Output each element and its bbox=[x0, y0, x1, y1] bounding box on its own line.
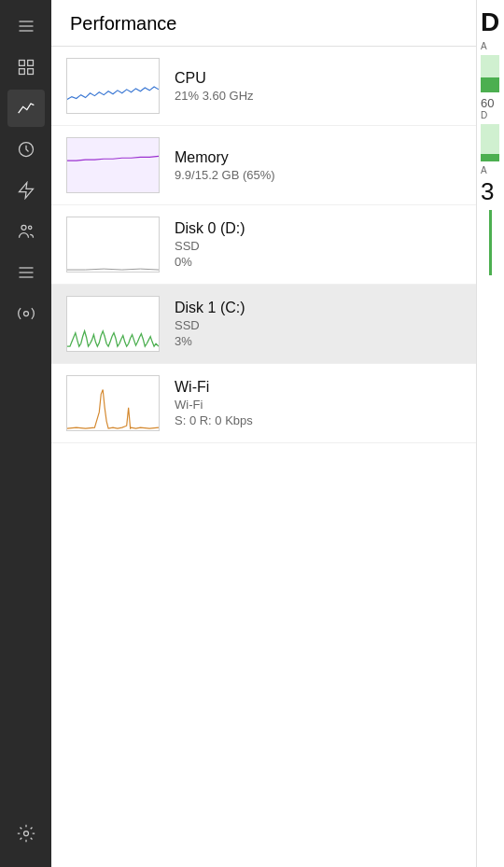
wifi-sub1: Wi-Fi bbox=[175, 398, 253, 412]
disk1-sub2: 3% bbox=[175, 334, 245, 348]
services-icon[interactable] bbox=[7, 295, 45, 332]
history-icon[interactable] bbox=[7, 131, 45, 168]
right-green-fill2 bbox=[481, 154, 499, 161]
disk1-graph bbox=[66, 296, 160, 352]
wifi-info: Wi-Fi Wi-Fi S: 0 R: 0 Kbps bbox=[175, 379, 253, 427]
cpu-name: CPU bbox=[175, 70, 254, 87]
svg-rect-19 bbox=[67, 376, 159, 430]
processes-icon[interactable] bbox=[7, 49, 45, 86]
right-label-a: A bbox=[481, 41, 500, 51]
svg-point-14 bbox=[23, 832, 28, 836]
disk1-name: Disk 1 (C:) bbox=[175, 300, 245, 316]
right-label-d: D bbox=[481, 110, 500, 120]
settings-icon[interactable] bbox=[7, 815, 45, 852]
svg-rect-4 bbox=[27, 61, 33, 66]
performance-icon[interactable] bbox=[7, 90, 45, 127]
sidebar-bottom bbox=[7, 815, 45, 860]
disk0-sub1: SSD bbox=[175, 239, 245, 253]
svg-point-13 bbox=[23, 312, 28, 316]
disk0-graph bbox=[66, 217, 160, 273]
cpu-sub1: 21% 3.60 GHz bbox=[175, 89, 254, 103]
disk0-sub2: 0% bbox=[175, 255, 245, 269]
users-icon[interactable] bbox=[7, 213, 45, 250]
memory-sub1: 9.9/15.2 GB (65%) bbox=[175, 168, 275, 182]
right-green-line bbox=[489, 210, 492, 275]
memory-graph bbox=[66, 137, 160, 193]
right-number-60: 60 bbox=[481, 96, 500, 110]
sidebar bbox=[0, 0, 51, 867]
svg-rect-16 bbox=[67, 138, 159, 192]
main-content: Performance CPU 21% 3.60 GHz bbox=[51, 0, 476, 867]
svg-rect-3 bbox=[19, 61, 24, 66]
wifi-item[interactable]: Wi-Fi Wi-Fi S: 0 R: 0 Kbps bbox=[51, 364, 476, 443]
right-letter: D bbox=[481, 7, 500, 37]
svg-point-8 bbox=[21, 225, 26, 230]
disk0-item[interactable]: Disk 0 (D:) SSD 0% bbox=[51, 205, 476, 285]
disk1-info: Disk 1 (C:) SSD 3% bbox=[175, 300, 245, 348]
svg-point-9 bbox=[28, 226, 31, 229]
hamburger-menu-icon[interactable] bbox=[7, 7, 45, 45]
right-panel-content: D A 60 D A 3 bbox=[477, 0, 504, 287]
disk1-item[interactable]: Disk 1 (C:) SSD 3% bbox=[51, 285, 476, 364]
svg-rect-6 bbox=[27, 69, 33, 75]
right-label-a2: A bbox=[481, 165, 500, 175]
items-list: CPU 21% 3.60 GHz Memory 9.9/15.2 GB (65%… bbox=[51, 47, 476, 867]
cpu-graph bbox=[66, 58, 160, 114]
cpu-info: CPU 21% 3.60 GHz bbox=[175, 70, 254, 103]
disk0-name: Disk 0 (D:) bbox=[175, 220, 245, 237]
svg-rect-17 bbox=[67, 217, 159, 272]
disk1-sub1: SSD bbox=[175, 318, 245, 332]
memory-item[interactable]: Memory 9.9/15.2 GB (65%) bbox=[51, 126, 476, 205]
right-green-bar2 bbox=[481, 124, 499, 161]
wifi-sub2: S: 0 R: 0 Kbps bbox=[175, 413, 253, 427]
memory-info: Memory 9.9/15.2 GB (65%) bbox=[175, 149, 275, 182]
right-green-bar bbox=[481, 55, 499, 92]
memory-name: Memory bbox=[175, 149, 275, 166]
cpu-item[interactable]: CPU 21% 3.60 GHz bbox=[51, 47, 476, 126]
svg-rect-15 bbox=[67, 59, 159, 113]
right-panel: D A 60 D A 3 bbox=[476, 0, 504, 867]
disk0-info: Disk 0 (D:) SSD 0% bbox=[175, 220, 245, 269]
startup-icon[interactable] bbox=[7, 172, 45, 209]
sidebar-top bbox=[7, 7, 45, 815]
right-big-number: 3 bbox=[481, 177, 500, 206]
svg-rect-5 bbox=[19, 69, 24, 75]
wifi-graph bbox=[66, 375, 160, 431]
wifi-name: Wi-Fi bbox=[175, 379, 253, 396]
header: Performance bbox=[51, 0, 476, 47]
details-icon[interactable] bbox=[7, 254, 45, 291]
page-title: Performance bbox=[70, 13, 457, 35]
right-green-fill bbox=[481, 77, 499, 92]
